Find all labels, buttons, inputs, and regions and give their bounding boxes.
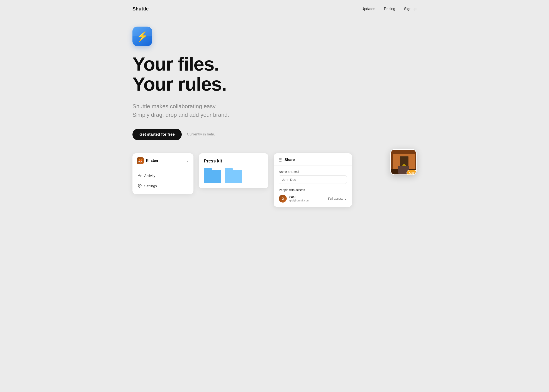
hero-section: ⚡ Your files. Your rules. Shuttle makes … [122,18,427,153]
hero-subtitle-line1: Shuttle makes collaborating easy. [133,103,217,110]
nav-links: Updates Pricing Sign up [361,7,416,11]
sidebar-user: 🦊 Kirsten [137,157,158,164]
presskit-title: Press kit [204,159,263,164]
share-input[interactable] [279,175,347,184]
folder-icons [204,168,263,183]
hero-title-line1: Your files. [133,53,219,75]
share-panel: Share Name or Email People with access G… [274,153,352,207]
hero-subtitle: Shuttle makes collaborating easy. Simply… [133,102,416,119]
person-avatar: G [279,195,287,203]
person-info: G Giel giel@gmail.com [279,195,310,203]
chevron-down-icon[interactable]: ⌄ [186,159,189,162]
sidebar-item-settings[interactable]: Settings [135,181,191,191]
sidebar-header: 🦊 Kirsten ⌄ [133,153,193,168]
navbar: Shuttle Updates Pricing Sign up [122,0,427,18]
svg-point-7 [402,164,406,168]
svg-point-0 [139,185,140,186]
presskit-panel: Press kit [199,153,268,188]
access-dropdown[interactable]: Full access ⌄ [328,197,347,200]
hero-subtitle-line2: Simply drag, drop and add your brand. [133,112,229,118]
settings-label: Settings [144,184,157,188]
sidebar-item-activity[interactable]: Activity [135,171,191,181]
get-started-button[interactable]: Get started for free [133,129,182,140]
person-email: giel@gmail.com [289,199,310,202]
folder-blue [204,168,221,183]
activity-label: Activity [144,174,155,178]
grid-icon [279,158,282,161]
share-title: Share [285,158,295,162]
share-header: Share [274,153,352,166]
hero-actions: Get started for free Currently in beta. [133,129,416,140]
user-name: Kirsten [146,159,158,163]
share-people-label: People with access [279,188,347,192]
folder-light [225,168,242,183]
svg-rect-5 [400,157,408,168]
activity-icon [138,174,142,179]
app-icon: ⚡ [133,27,152,46]
access-label: Full access [328,197,343,200]
bolt-icon: ⚡ [136,32,148,41]
nav-signup[interactable]: Sign up [404,7,416,11]
sidebar-panel: 🦊 Kirsten ⌄ Activity [133,153,193,194]
beta-text: Currently in beta. [187,132,215,137]
access-chevron-icon: ⌄ [344,197,347,200]
nav-updates[interactable]: Updates [361,7,375,11]
person-name: Giel [289,195,310,199]
user-avatar: 🦊 [137,157,144,164]
share-person-row: G Giel giel@gmail.com Full access ⌄ [279,195,347,203]
bottom-panels: 🦊 Kirsten ⌄ Activity [122,153,427,207]
nav-logo[interactable]: Shuttle [133,6,149,12]
hero-title: Your files. Your rules. [133,54,416,94]
hero-title-line2: Your rules. [133,73,226,95]
share-body: Name or Email People with access G Giel … [274,166,352,207]
sidebar-menu: Activity Settings [133,168,193,194]
floating-avatar: Giel [390,149,416,175]
settings-icon [138,184,142,189]
share-name-label: Name or Email [279,170,347,174]
nav-pricing[interactable]: Pricing [384,7,395,11]
giel-badge: Giel [407,170,416,175]
person-details: Giel giel@gmail.com [289,195,310,202]
user-emoji: 🦊 [138,159,142,163]
